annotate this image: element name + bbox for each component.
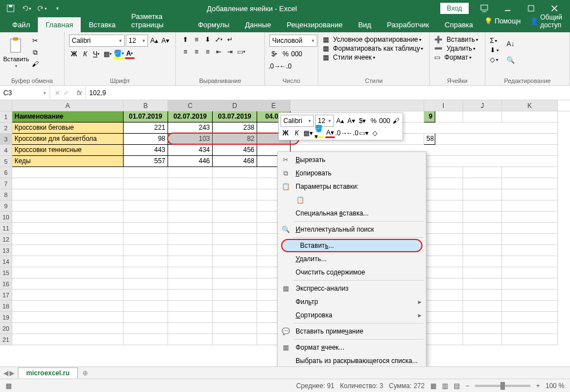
percent-icon[interactable]: %: [281, 49, 291, 59]
ctx-pick-from-dropdown[interactable]: Выбрать из раскрывающегося списка...: [278, 354, 426, 366]
format-cells-button[interactable]: ▭ Формат▾: [434, 53, 471, 61]
number-format-combo[interactable]: Числовой▾: [269, 35, 317, 47]
tab-prev-icon[interactable]: ◀: [3, 369, 8, 377]
cancel-formula-icon[interactable]: ✕: [55, 89, 60, 97]
decrease-indent-icon[interactable]: ⇤: [214, 47, 224, 57]
tell-me[interactable]: 💡Помощн: [481, 12, 524, 30]
rowhead-14[interactable]: 14: [0, 256, 12, 267]
rowhead-3[interactable]: 3: [0, 134, 12, 145]
format-as-table-button[interactable]: ▦ Форматировать как таблицу▾: [323, 45, 423, 52]
cell-h1-tail[interactable]: 9: [424, 111, 435, 122]
mini-increase-font-icon[interactable]: A▴: [335, 116, 345, 126]
tab-home[interactable]: Главная: [38, 17, 81, 32]
cell-b1[interactable]: 01.07.2019: [124, 111, 168, 122]
align-middle-icon[interactable]: ≡: [191, 35, 202, 45]
mini-fill-icon[interactable]: 🪣▾: [314, 128, 324, 138]
undo-icon[interactable]: ▾: [20, 2, 32, 14]
bold-icon[interactable]: Ж: [69, 49, 79, 59]
fx-icon[interactable]: fx: [73, 89, 85, 97]
mini-percent-icon[interactable]: %: [368, 116, 379, 126]
colhead-e[interactable]: E: [257, 100, 291, 111]
rowhead-1[interactable]: 1: [0, 111, 12, 122]
rowhead-19[interactable]: 19: [0, 312, 12, 323]
ctx-filter[interactable]: Фильтр▸: [278, 295, 426, 308]
underline-icon[interactable]: Ч▾: [91, 49, 101, 59]
zoom-slider[interactable]: [475, 385, 530, 387]
tab-next-icon[interactable]: ▶: [9, 369, 14, 377]
colhead-k[interactable]: K: [502, 100, 558, 111]
ctx-sort[interactable]: Сортировка▸: [278, 308, 426, 322]
rowhead-11[interactable]: 11: [0, 223, 12, 234]
select-all-corner[interactable]: [0, 100, 12, 111]
increase-indent-icon[interactable]: ⇥: [225, 47, 235, 57]
autosum-button[interactable]: Σ▾: [490, 37, 499, 45]
ctx-smart-lookup[interactable]: 🔍Интеллектуальный поиск: [278, 223, 426, 236]
mini-dec-decimal-icon[interactable]: ←.0: [347, 128, 357, 138]
tab-view[interactable]: Вид: [350, 17, 379, 32]
rowhead-2[interactable]: 2: [0, 122, 12, 134]
rowhead-4[interactable]: 4: [0, 145, 12, 156]
formula-input[interactable]: 102,9: [85, 86, 570, 100]
wrap-text-icon[interactable]: ↵: [225, 35, 235, 45]
increase-font-icon[interactable]: A▴: [149, 36, 159, 46]
zoom-out-icon[interactable]: −: [465, 382, 469, 390]
decrease-font-icon[interactable]: A▾: [160, 36, 170, 46]
align-bottom-icon[interactable]: ⬇: [203, 35, 213, 45]
rowhead-9[interactable]: 9: [0, 200, 12, 212]
ctx-copy[interactable]: ⧉Копировать: [278, 166, 426, 180]
currency-icon[interactable]: $▾: [269, 49, 279, 59]
paste-button[interactable]: Вставить ▾: [4, 35, 28, 68]
mini-font-combo[interactable]: Calibri▾: [281, 115, 314, 127]
zoom-level[interactable]: 100 %: [546, 382, 564, 390]
insert-cells-button[interactable]: ➕ Вставить▾: [434, 36, 478, 43]
tab-file[interactable]: Файл: [4, 17, 38, 32]
colhead-i[interactable]: I: [424, 100, 463, 111]
colhead-a[interactable]: A: [12, 100, 124, 111]
copy-icon[interactable]: ⧉: [30, 47, 40, 57]
font-size-combo[interactable]: 12▾: [126, 35, 148, 47]
rowhead-21[interactable]: 21: [0, 334, 12, 345]
colhead-j[interactable]: J: [463, 100, 502, 111]
conditional-format-button[interactable]: ▦ Условное форматирование▾: [323, 36, 421, 43]
mini-bold-icon[interactable]: Ж: [281, 128, 291, 138]
zoom-in-icon[interactable]: +: [536, 382, 540, 390]
redo-icon[interactable]: ▾: [36, 2, 48, 14]
save-icon[interactable]: [4, 2, 17, 14]
fill-button[interactable]: ⬇▾: [490, 46, 499, 54]
mini-decrease-font-icon[interactable]: A▾: [346, 116, 356, 126]
tab-insert[interactable]: Вставка: [81, 17, 123, 32]
rowhead-5[interactable]: 5: [0, 156, 12, 167]
mini-merge-icon[interactable]: ▭▾: [358, 128, 368, 138]
border-icon[interactable]: ▦▾: [102, 49, 112, 59]
ctx-delete[interactable]: Удалить...: [278, 252, 426, 266]
rowhead-10[interactable]: 10: [0, 212, 12, 223]
ctx-cut[interactable]: ✂Вырезать: [278, 153, 426, 166]
ctx-quick-analysis[interactable]: ▦Экспресс-анализ: [278, 282, 426, 295]
tab-review[interactable]: Рецензирование: [279, 17, 350, 32]
view-pagelayout-icon[interactable]: ▥: [442, 382, 448, 390]
share-button[interactable]: 👤Общий доступ: [527, 12, 566, 30]
colhead-d[interactable]: D: [213, 100, 257, 111]
rowhead-18[interactable]: 18: [0, 301, 12, 312]
ctx-paste-special[interactable]: Специальная вставка...: [278, 207, 426, 220]
cell-a1[interactable]: Наименование: [12, 111, 124, 122]
align-left-icon[interactable]: ≡: [180, 47, 190, 57]
name-box[interactable]: C3▾: [0, 86, 50, 100]
comma-icon[interactable]: 000: [292, 49, 302, 59]
ctx-paste-default[interactable]: 📋: [278, 193, 426, 207]
worksheet[interactable]: A B C D E I J K 1 Наименование 01.07.201…: [0, 100, 570, 366]
format-painter-icon[interactable]: 🖌: [30, 59, 40, 69]
clear-button[interactable]: ◇▾: [490, 56, 499, 63]
align-right-icon[interactable]: ≡: [203, 47, 213, 57]
fill-color-icon[interactable]: 🪣▾: [114, 49, 124, 59]
new-sheet-icon[interactable]: ⊕: [78, 369, 92, 377]
decrease-decimal-icon[interactable]: ←.0: [281, 61, 291, 71]
sort-filter-icon[interactable]: A↓: [503, 37, 518, 51]
mini-font-color-icon[interactable]: А▾: [325, 128, 335, 138]
font-color-icon[interactable]: А▾: [125, 49, 135, 59]
enter-formula-icon[interactable]: ✓: [63, 89, 69, 97]
colhead-hidden[interactable]: [291, 100, 424, 111]
rowhead-8[interactable]: 8: [0, 189, 12, 200]
rowhead-20[interactable]: 20: [0, 323, 12, 334]
ctx-clear[interactable]: Очистить содержимое: [278, 266, 426, 279]
